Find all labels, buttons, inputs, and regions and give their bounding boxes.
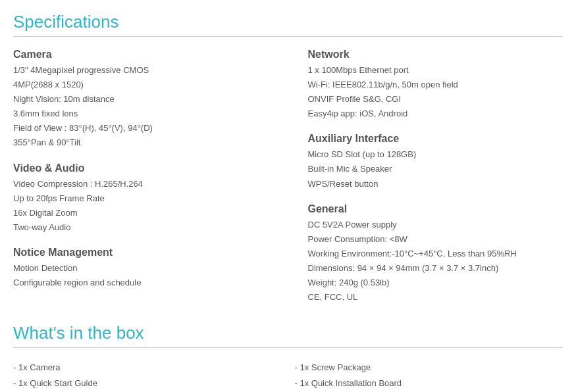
spec-item: Video Compression : H.265/H.264 bbox=[13, 177, 269, 191]
spec-item: Motion Detection bbox=[13, 261, 269, 276]
box-item: - 1x Quick Start Guide bbox=[13, 376, 282, 391]
network-items: 1 x 100Mbps Ethernet portWi-Fi: IEEE802.… bbox=[308, 63, 563, 121]
box-item: - 1x Camera bbox=[13, 360, 282, 376]
video-title: Video & Audio bbox=[13, 162, 269, 174]
specs-left-col: Camera 1/3" 4Megapixel progressive CMOS4… bbox=[13, 49, 282, 316]
specifications-section: Specifications Camera 1/3" 4Megapixel pr… bbox=[13, 12, 563, 316]
general-items: DC 5V2A Power supplyPower Consumption: <… bbox=[308, 218, 563, 305]
box-item: - 1x Screw Package bbox=[295, 360, 563, 376]
spec-item: WPS/Reset button bbox=[308, 177, 563, 191]
camera-items: 1/3" 4Megapixel progressive CMOS4MP(2688… bbox=[13, 63, 269, 151]
spec-item: ONVIF Profile S&G, CGI bbox=[308, 92, 563, 107]
auxiliary-items: Micro SD Slot (up to 128GB)Built-in Mic … bbox=[308, 147, 563, 191]
notice-items: Motion DetectionConfigurable region and … bbox=[13, 261, 269, 290]
spec-item: Configurable region and schedule bbox=[13, 276, 269, 290]
network-title: Network bbox=[308, 49, 563, 61]
spec-item: Weight: 240g (0.53lb) bbox=[308, 276, 563, 290]
spec-item: Wi-Fi: IEEE802.11b/g/n, 50m open field bbox=[308, 78, 563, 92]
spec-item: Power Consumption: <8W bbox=[308, 232, 563, 247]
spec-item: 1/3" 4Megapixel progressive CMOS bbox=[13, 63, 269, 78]
notice-group: Notice Management Motion DetectionConfig… bbox=[13, 247, 269, 290]
spec-item: Easy4ip app: iOS, Android bbox=[308, 107, 563, 121]
video-group: Video & Audio Video Compression : H.265/… bbox=[13, 162, 269, 235]
general-group: General DC 5V2A Power supplyPower Consum… bbox=[308, 203, 563, 305]
spec-item: Two-way Audio bbox=[13, 220, 269, 235]
spec-item: Dimensions: 94 × 94 × 94mm (3.7 × 3.7 × … bbox=[308, 261, 563, 276]
box-title: What's in the box bbox=[13, 323, 563, 343]
specs-columns: Camera 1/3" 4Megapixel progressive CMOS4… bbox=[13, 49, 563, 316]
box-section: What's in the box - 1x Camera- 1x Quick … bbox=[13, 323, 563, 392]
auxiliary-group: Auxiliary Interface Micro SD Slot (up to… bbox=[308, 133, 563, 191]
general-title: General bbox=[308, 203, 563, 215]
box-item: - 1x Quick Installation Board bbox=[295, 376, 563, 391]
specs-divider bbox=[13, 36, 563, 37]
camera-group: Camera 1/3" 4Megapixel progressive CMOS4… bbox=[13, 49, 269, 151]
notice-title: Notice Management bbox=[13, 247, 269, 258]
box-left-col: - 1x Camera- 1x Quick Start Guide- 1x Po… bbox=[13, 360, 282, 392]
spec-item: 1 x 100Mbps Ethernet port bbox=[308, 63, 563, 78]
box-items-columns: - 1x Camera- 1x Quick Start Guide- 1x Po… bbox=[13, 360, 563, 392]
camera-title: Camera bbox=[13, 49, 269, 61]
specs-right-col: Network 1 x 100Mbps Ethernet portWi-Fi: … bbox=[295, 49, 563, 316]
spec-item: Field of View : 83°(H), 45°(V), 94°(D) bbox=[13, 121, 269, 135]
box-divider bbox=[13, 347, 563, 348]
spec-item: Working Environment:-10°C~+45°C, Less th… bbox=[308, 247, 563, 261]
specifications-title: Specifications bbox=[13, 12, 563, 32]
spec-item: Built-in Mic & Speaker bbox=[308, 162, 563, 176]
spec-item: 3.6mm fixed lens bbox=[13, 107, 269, 121]
spec-item: 355°Pan & 90°Tilt bbox=[13, 135, 269, 150]
spec-item: DC 5V2A Power supply bbox=[308, 218, 563, 232]
box-right-col: - 1x Screw Package- 1x Quick Installatio… bbox=[295, 360, 563, 392]
network-group: Network 1 x 100Mbps Ethernet portWi-Fi: … bbox=[308, 49, 563, 121]
spec-item: Up to 20fps Frame Rate bbox=[13, 191, 269, 206]
video-items: Video Compression : H.265/H.264Up to 20f… bbox=[13, 177, 269, 235]
spec-item: 16x Digital Zoom bbox=[13, 206, 269, 220]
auxiliary-title: Auxiliary Interface bbox=[308, 133, 563, 145]
spec-item: CE, FCC, UL bbox=[308, 290, 563, 305]
spec-item: 4MP(2688 x 1520) bbox=[13, 78, 269, 92]
spec-item: Night Vision: 10m distance bbox=[13, 92, 269, 107]
spec-item: Micro SD Slot (up to 128GB) bbox=[308, 147, 563, 162]
